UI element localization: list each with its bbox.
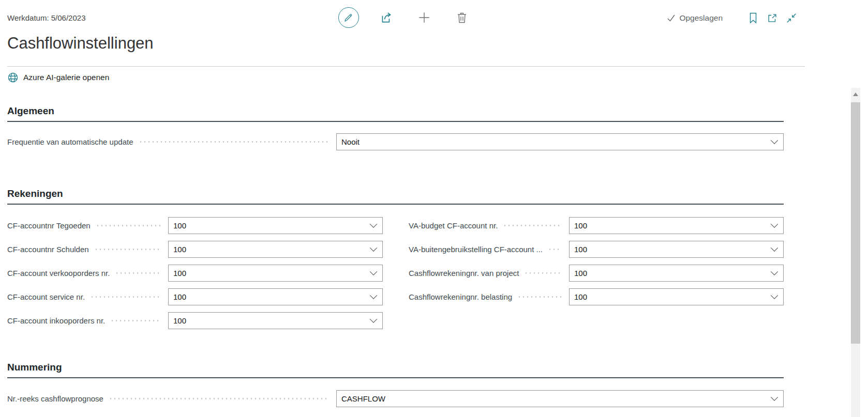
collapse-arrows-icon — [786, 12, 797, 24]
cashflowrekeningnr-project-dropdown[interactable]: 100 — [569, 265, 784, 282]
chevron-down-icon[interactable] — [369, 318, 378, 323]
page-header: Werkdatum: 5/06/2023 Op — [0, 0, 868, 54]
dotted-leader — [115, 272, 161, 274]
dotted-leader — [96, 225, 161, 226]
dotted-leader — [524, 272, 562, 274]
section-title-rekeningen: Rekeningen — [7, 188, 784, 205]
chevron-down-icon[interactable] — [770, 223, 779, 228]
frequentie-update-dropdown[interactable]: Nooit — [336, 133, 784, 150]
cashflowrekeningnr-belasting-dropdown[interactable]: 100 — [569, 288, 784, 305]
dotted-leader — [90, 296, 161, 298]
save-status-label: Opgeslagen — [679, 13, 723, 23]
field-va-budget-cf-account: VA-budget CF-account nr. 100 — [409, 217, 784, 234]
section-nummering: Nummering Nr.-reeks cashflowprognose CAS… — [7, 361, 784, 407]
field-cf-account-service: CF-account service nr. 100 — [7, 288, 383, 305]
save-status: Opgeslagen — [667, 13, 723, 23]
section-title-algemeen: Algemeen — [7, 105, 784, 122]
cf-account-inkooporders-dropdown[interactable]: 100 — [168, 312, 383, 329]
scroll-up-arrow-icon[interactable] — [853, 92, 858, 96]
toolbar — [330, 6, 481, 29]
va-buitengebruikstelling-dropdown[interactable]: 100 — [569, 241, 784, 258]
chevron-down-icon[interactable] — [770, 247, 779, 252]
rekeningen-left-column: CF-accountnr Tegoeden 100 CF-accountnr S… — [7, 205, 383, 336]
dotted-leader — [139, 141, 330, 143]
scrollbar-thumb[interactable] — [851, 102, 860, 344]
chevron-down-icon[interactable] — [770, 295, 779, 300]
share-icon — [380, 11, 393, 24]
dotted-leader — [110, 320, 161, 321]
trash-icon — [456, 11, 468, 24]
header-right-actions: Opgeslagen — [667, 11, 801, 25]
nr-reeks-cashflowprognose-dropdown[interactable]: CASHFLOW — [336, 390, 784, 407]
add-button[interactable] — [405, 6, 443, 29]
chevron-down-icon[interactable] — [369, 247, 378, 252]
azure-ai-gallery-label: Azure AI-galerie openen — [23, 73, 109, 82]
chevron-down-icon[interactable] — [369, 271, 378, 276]
section-rekeningen: Rekeningen CF-accountnr Tegoeden 100 CF-… — [7, 188, 784, 336]
dotted-leader — [517, 296, 562, 298]
share-button[interactable] — [367, 6, 405, 29]
chevron-down-icon[interactable] — [369, 295, 378, 300]
section-algemeen: Algemeen Frequentie van automatische upd… — [7, 105, 784, 150]
field-va-buitengebruikstelling: VA-buitengebruikstelling CF-account ... … — [409, 241, 784, 258]
cf-accountnr-schulden-dropdown[interactable]: 100 — [168, 241, 383, 258]
field-cashflowrekeningnr-belasting: Cashflowrekeningnr. belasting 100 — [409, 288, 784, 305]
field-nr-reeks-cashflowprognose: Nr.-reeks cashflowprognose CASHFLOW — [7, 390, 784, 407]
field-cf-accountnr-tegoeden: CF-accountnr Tegoeden 100 — [7, 217, 383, 234]
field-cf-account-verkooporders: CF-account verkooporders nr. 100 — [7, 265, 383, 282]
rekeningen-right-column: VA-budget CF-account nr. 100 VA-buitenge… — [409, 205, 784, 336]
chevron-down-icon[interactable] — [369, 223, 378, 228]
va-budget-cf-account-dropdown[interactable]: 100 — [569, 217, 784, 234]
field-cashflowrekeningnr-project: Cashflowrekeningnr. van project 100 — [409, 265, 784, 282]
field-label: Frequentie van automatische update — [7, 137, 133, 146]
cf-account-verkooporders-dropdown[interactable]: 100 — [168, 265, 383, 282]
dotted-leader — [548, 249, 562, 250]
section-title-nummering: Nummering — [7, 361, 784, 378]
chevron-down-icon[interactable] — [770, 396, 779, 401]
cf-account-service-dropdown[interactable]: 100 — [168, 288, 383, 305]
field-frequentie-update: Frequentie van automatische update Nooit — [7, 133, 784, 150]
chevron-down-icon[interactable] — [770, 140, 779, 145]
field-cf-account-inkooporders: CF-account inkooporders nr. 100 — [7, 312, 383, 329]
delete-button[interactable] — [443, 6, 481, 29]
action-menubar: Azure AI-galerie openen — [0, 67, 868, 88]
pencil-icon — [338, 7, 359, 28]
settings-form: Algemeen Frequentie van automatische upd… — [0, 105, 868, 407]
cf-accountnr-tegoeden-dropdown[interactable]: 100 — [168, 217, 383, 234]
plus-icon — [417, 11, 431, 24]
dotted-leader — [94, 249, 161, 250]
dotted-leader — [109, 398, 329, 399]
dotted-leader — [503, 225, 562, 226]
checkmark-icon — [667, 14, 676, 22]
bookmark-button[interactable] — [743, 11, 762, 25]
vertical-scrollbar[interactable] — [851, 88, 860, 417]
field-cf-accountnr-schulden: CF-accountnr Schulden 100 — [7, 241, 383, 258]
bookmark-icon — [749, 12, 758, 24]
globe-icon — [7, 72, 19, 83]
popout-button[interactable] — [762, 11, 782, 25]
open-in-new-window-icon — [767, 12, 778, 24]
chevron-down-icon[interactable] — [770, 271, 779, 276]
azure-ai-gallery-menu-item[interactable]: Azure AI-galerie openen — [7, 72, 109, 83]
collapse-button[interactable] — [782, 11, 801, 25]
page-title: Cashflowinstellingen — [7, 33, 868, 54]
edit-button[interactable] — [330, 6, 367, 29]
